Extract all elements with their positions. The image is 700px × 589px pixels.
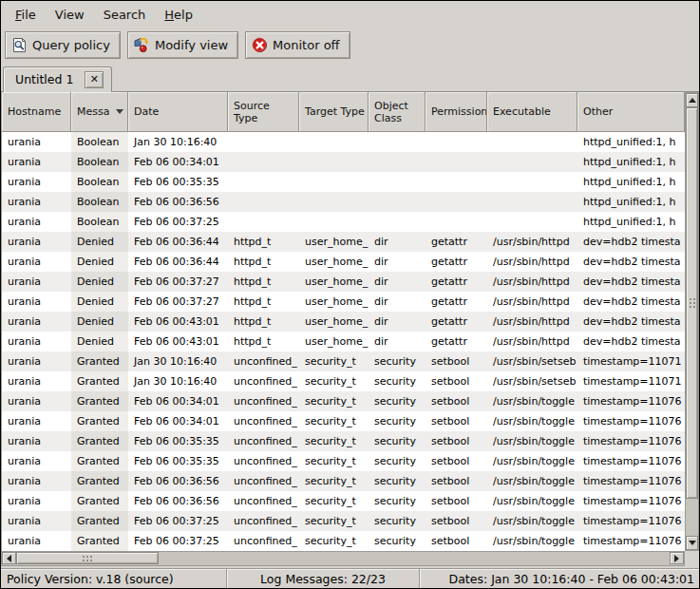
- scroll-down-button[interactable]: [686, 536, 698, 550]
- cell-object: [369, 212, 426, 232]
- cell-source: unconfined_: [228, 471, 299, 491]
- cell-other: timestamp=11071: [577, 371, 685, 391]
- cell-permission: setbool: [426, 491, 487, 511]
- cell-other: dev=hdb2 timesta: [577, 232, 685, 252]
- cell-other: timestamp=11076: [577, 491, 685, 511]
- cell-other: timestamp=11076: [577, 531, 685, 551]
- cell-other: dev=hdb2 timesta: [577, 292, 685, 312]
- cell-permission: setbool: [426, 531, 487, 551]
- cell-object: security: [369, 352, 426, 371]
- cell-target: security_t: [299, 511, 369, 531]
- table-row[interactable]: urania Boolean Feb 06 00:36:56 httpd_uni…: [2, 192, 685, 212]
- scroll-left-button[interactable]: [2, 552, 16, 564]
- cell-hostname: urania: [2, 451, 71, 471]
- monitor-off-label: Monitor off: [273, 38, 339, 52]
- column-header-executable[interactable]: Executable: [487, 92, 577, 132]
- table-row[interactable]: urania Boolean Jan 30 10:16:40 httpd_uni…: [2, 132, 685, 152]
- table-row[interactable]: urania Denied Feb 06 00:36:44 httpd_t us…: [2, 232, 685, 252]
- table-row[interactable]: urania Granted Feb 06 00:36:56 unconfine…: [2, 471, 685, 491]
- vertical-scrollbar[interactable]: [685, 92, 699, 551]
- cell-object: security: [369, 531, 426, 551]
- cell-hostname: urania: [2, 332, 71, 352]
- table-row[interactable]: urania Denied Feb 06 00:43:01 httpd_t us…: [2, 332, 685, 352]
- query-policy-button[interactable]: Query policy: [5, 31, 121, 59]
- cell-date: Feb 06 00:36:56: [128, 471, 228, 491]
- menu-help[interactable]: Help: [156, 4, 201, 26]
- log-messages-text: Log Messages: 22/23: [260, 572, 386, 586]
- cell-hostname: urania: [2, 152, 71, 172]
- cell-source: httpd_t: [228, 292, 299, 312]
- table-row[interactable]: urania Denied Feb 06 00:36:44 httpd_t us…: [2, 252, 685, 272]
- cell-date: Feb 06 00:34:01: [128, 152, 228, 172]
- dates-panel: Dates: Jan 30 10:16:40 - Feb 06 00:43:01: [419, 569, 699, 588]
- cell-object: security: [369, 391, 426, 411]
- cell-permission: setbool: [426, 352, 487, 371]
- menu-view[interactable]: View: [47, 4, 93, 26]
- column-header-message[interactable]: Messa: [71, 92, 128, 132]
- cell-object: [369, 172, 426, 192]
- cell-other: timestamp=11076: [577, 391, 685, 411]
- scroll-right-button[interactable]: [670, 552, 684, 564]
- column-header-other[interactable]: Other: [577, 92, 685, 132]
- policy-version-text: Policy Version: v.18 (source): [7, 572, 174, 586]
- column-header-source-type[interactable]: Source Type: [228, 92, 299, 132]
- cell-executable: /usr/sbin/httpd: [487, 312, 577, 332]
- cell-hostname: urania: [2, 192, 71, 212]
- cell-target: security_t: [299, 531, 369, 551]
- cell-hostname: urania: [2, 272, 71, 292]
- cell-object: dir: [369, 292, 426, 312]
- table-row[interactable]: urania Granted Feb 06 00:35:35 unconfine…: [2, 431, 685, 451]
- table-row[interactable]: urania Granted Feb 06 00:35:35 unconfine…: [2, 451, 685, 471]
- menu-file[interactable]: File: [7, 4, 45, 26]
- table-row[interactable]: urania Granted Jan 30 10:16:40 unconfine…: [2, 352, 685, 371]
- cell-hostname: urania: [2, 431, 71, 451]
- modify-view-icon: [134, 37, 150, 53]
- cell-date: Feb 06 00:37:25: [128, 212, 228, 232]
- cell-hostname: urania: [2, 172, 71, 192]
- tab-close-button[interactable]: ✕: [85, 71, 104, 88]
- policy-version-panel: Policy Version: v.18 (source): [1, 569, 226, 588]
- table-row[interactable]: urania Denied Feb 06 00:37:27 httpd_t us…: [2, 272, 685, 292]
- cell-other: dev=hdb2 timesta: [577, 272, 685, 292]
- horizontal-scrollbar[interactable]: [1, 551, 685, 566]
- modify-view-button[interactable]: Modify view: [127, 31, 238, 59]
- cell-date: Feb 06 00:43:01: [128, 332, 228, 352]
- cell-date: Feb 06 00:34:01: [128, 411, 228, 431]
- cell-message: Granted: [71, 431, 128, 451]
- cell-hostname: urania: [2, 252, 71, 272]
- cell-source: [228, 152, 299, 172]
- table-row[interactable]: urania Granted Feb 06 00:37:25 unconfine…: [2, 511, 685, 531]
- table-row[interactable]: urania Granted Feb 06 00:37:25 unconfine…: [2, 531, 685, 551]
- cell-date: Feb 06 00:37:25: [128, 531, 228, 551]
- column-header-hostname[interactable]: Hostname: [2, 92, 71, 132]
- scroll-up-button[interactable]: [686, 93, 698, 107]
- table-row[interactable]: urania Boolean Feb 06 00:35:35 httpd_uni…: [2, 172, 685, 192]
- column-header-target-type[interactable]: Target Type: [299, 92, 369, 132]
- table-row[interactable]: urania Granted Feb 06 00:36:56 unconfine…: [2, 491, 685, 511]
- table-row[interactable]: urania Granted Feb 06 00:34:01 unconfine…: [2, 391, 685, 411]
- horizontal-scrollbar-thumb[interactable]: [16, 552, 159, 564]
- menu-search[interactable]: Search: [95, 4, 155, 26]
- cell-hostname: urania: [2, 371, 71, 391]
- tab-untitled-1[interactable]: Untitled 1 ✕: [3, 66, 112, 92]
- table-row[interactable]: urania Granted Jan 30 10:16:40 unconfine…: [2, 371, 685, 391]
- monitor-off-button[interactable]: Monitor off: [245, 31, 350, 59]
- cell-target: [299, 192, 369, 212]
- column-header-permission[interactable]: Permission: [426, 92, 487, 132]
- table-row[interactable]: urania Denied Feb 06 00:37:27 httpd_t us…: [2, 292, 685, 312]
- cell-permission: [426, 152, 487, 172]
- table-row[interactable]: urania Granted Feb 06 00:34:01 unconfine…: [2, 411, 685, 431]
- toolbar: Query policy Modify view: [1, 28, 699, 62]
- cell-executable: /usr/sbin/toggle: [487, 511, 577, 531]
- cell-date: Feb 06 00:37:27: [128, 272, 228, 292]
- column-header-object-class[interactable]: Object Class: [369, 92, 426, 132]
- cell-object: security: [369, 491, 426, 511]
- cell-other: httpd_unified:1, h: [577, 192, 685, 212]
- table-row[interactable]: urania Boolean Feb 06 00:37:25 httpd_uni…: [2, 212, 685, 232]
- grip-icon: [82, 555, 93, 562]
- table-row[interactable]: urania Denied Feb 06 00:43:01 httpd_t us…: [2, 312, 685, 332]
- table-row[interactable]: urania Boolean Feb 06 00:34:01 httpd_uni…: [2, 152, 685, 172]
- cell-source: httpd_t: [228, 252, 299, 272]
- vertical-scrollbar-thumb[interactable]: [686, 107, 698, 499]
- column-header-date[interactable]: Date: [128, 92, 228, 132]
